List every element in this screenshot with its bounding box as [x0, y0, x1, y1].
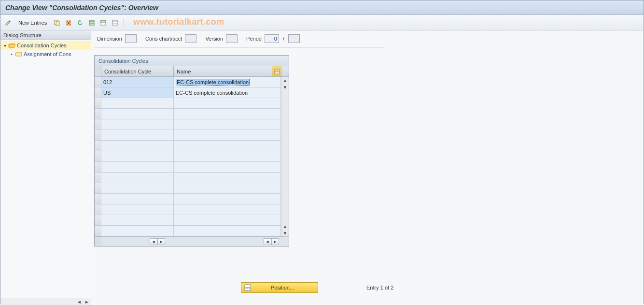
row-selector — [95, 183, 101, 193]
scroll-left-icon[interactable]: ◄ — [75, 299, 83, 305]
table-row-empty — [95, 215, 289, 226]
undo-icon[interactable] — [75, 18, 85, 28]
row-selector — [95, 162, 101, 172]
cell-name[interactable]: EC-CS complete consolidation — [174, 77, 281, 87]
row-selector[interactable] — [95, 77, 101, 87]
table-row-empty — [95, 204, 289, 215]
row-selector — [95, 151, 101, 161]
cell-cycle — [101, 130, 174, 140]
scroll-col-left2-icon[interactable]: ◄ — [264, 238, 271, 245]
dialog-structure-header: Dialog Structure — [0, 30, 91, 40]
left-panel-scrollbar[interactable]: ◄ ► — [0, 298, 91, 305]
table-row[interactable]: 012EC-CS complete consolidation — [95, 77, 289, 87]
row-selector — [95, 141, 101, 151]
row-selector — [95, 215, 101, 225]
collapse-icon[interactable]: ▾ — [2, 43, 7, 48]
edit-icon[interactable] — [3, 18, 13, 28]
cell-cycle — [101, 215, 174, 225]
cell-cycle — [101, 162, 174, 172]
col-header-cycle[interactable]: Consolidation Cycle — [101, 66, 174, 76]
period-label: Period — [246, 36, 262, 42]
table-settings-icon[interactable] — [272, 66, 282, 76]
tree-node-assignment[interactable]: • Assignment of Cons — [0, 50, 91, 58]
select-all-icon[interactable] — [87, 18, 97, 28]
cell-name — [174, 141, 281, 151]
cell-name — [174, 183, 281, 193]
cell-name — [174, 226, 281, 236]
cell-name — [174, 162, 281, 172]
leaf-bullet: • — [9, 52, 14, 57]
cell-cycle — [101, 98, 174, 108]
group-title: Consolidation Cycles — [95, 56, 289, 66]
cell-cycle — [101, 226, 174, 236]
select-all-column[interactable] — [95, 66, 101, 76]
tree-label: Consolidation Cycles — [17, 43, 67, 48]
table-row-empty — [95, 151, 289, 162]
row-selector — [95, 226, 101, 236]
scroll-col-right2-icon[interactable]: ► — [271, 238, 279, 245]
row-selector[interactable] — [95, 87, 101, 98]
position-icon — [243, 283, 252, 292]
folder-open-icon — [8, 42, 16, 49]
scroll-col-right-icon[interactable]: ► — [157, 238, 165, 245]
select-block-icon[interactable] — [98, 18, 108, 28]
cell-name — [174, 119, 281, 130]
row-selector — [95, 119, 101, 130]
cell-cycle[interactable]: US — [101, 87, 174, 98]
version-field[interactable] — [226, 34, 238, 43]
cell-cycle[interactable]: 012 — [101, 77, 174, 87]
content-panel: Dimension Cons chart/acct Version Period… — [91, 30, 644, 305]
table-row-empty — [95, 130, 289, 141]
new-entries-button[interactable]: New Entries — [15, 18, 50, 28]
svg-rect-14 — [275, 69, 280, 71]
scroll-up2-icon[interactable]: ▲ — [282, 223, 289, 230]
table-row-empty — [95, 119, 289, 130]
cell-cycle — [101, 151, 174, 161]
table-row-empty — [95, 226, 289, 236]
vertical-scrollbar[interactable]: ▲ ▼ ▲ ▼ — [281, 77, 289, 236]
tree-node-consolidation-cycles[interactable]: ▾ Consolidation Cycles — [0, 41, 91, 50]
cell-name — [174, 173, 281, 183]
row-selector — [95, 130, 101, 140]
row-selector — [95, 173, 101, 183]
dimension-label: Dimension — [97, 36, 122, 42]
scroll-right-icon[interactable]: ► — [83, 299, 91, 305]
period-a-field[interactable]: 0 — [265, 34, 279, 43]
toolbar: New Entries www.tutorialkart.com — [0, 15, 644, 30]
cell-name — [174, 109, 281, 119]
cell-name[interactable]: EC-CS complete consolidation — [174, 87, 281, 98]
bottom-bar: Position... Entry 1 of 2 — [91, 282, 644, 293]
cell-cycle — [101, 183, 174, 193]
scroll-down2-icon[interactable]: ▼ — [282, 230, 289, 236]
table-row-empty — [95, 109, 289, 119]
position-button[interactable]: Position... — [241, 282, 318, 293]
delete-icon[interactable] — [64, 18, 73, 28]
svg-rect-15 — [275, 71, 280, 73]
row-selector — [95, 109, 101, 119]
cell-cycle — [101, 141, 174, 151]
cell-name — [174, 194, 281, 204]
cell-name — [174, 204, 281, 215]
deselect-all-icon[interactable] — [110, 18, 120, 28]
cons-chart-field[interactable] — [185, 34, 196, 43]
copy-icon[interactable] — [52, 18, 62, 28]
scroll-down-icon[interactable]: ▼ — [282, 84, 289, 90]
dimension-field[interactable] — [125, 34, 137, 43]
table-row-empty — [95, 98, 289, 109]
cell-cycle — [101, 204, 174, 215]
svg-rect-5 — [89, 20, 94, 25]
scroll-up-icon[interactable]: ▲ — [282, 77, 289, 84]
tree: ▾ Consolidation Cycles • Assignment of C… — [0, 40, 91, 59]
period-slash: / — [282, 36, 285, 42]
cell-name — [174, 151, 281, 161]
table-row[interactable]: USEC-CS complete consolidation — [95, 87, 289, 98]
title-bar: Change View "Consolidation Cycles": Over… — [0, 0, 644, 15]
page-title: Change View "Consolidation Cycles": Over… — [5, 4, 158, 12]
scroll-col-left-icon[interactable]: ◄ — [150, 238, 157, 245]
col-header-name[interactable]: Name — [174, 66, 272, 76]
table-row-empty — [95, 183, 289, 194]
dialog-structure-panel: Dialog Structure ▾ Consolidation Cycles … — [0, 30, 91, 305]
period-b-field[interactable] — [288, 34, 300, 43]
svg-rect-17 — [245, 287, 251, 289]
svg-rect-1 — [56, 21, 59, 26]
